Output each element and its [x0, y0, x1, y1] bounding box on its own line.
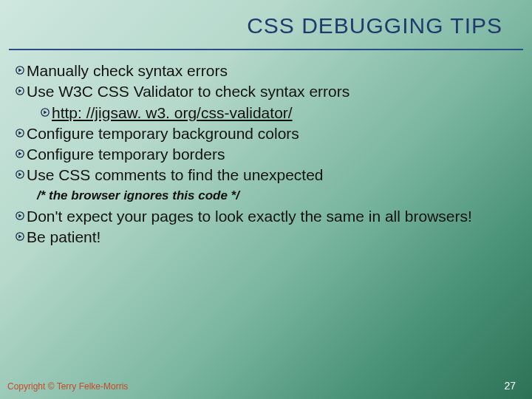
sub-bullet-item: http: //jigsaw. w3. org/css-validator/: [13, 103, 523, 123]
bullet-icon: [13, 165, 27, 179]
bullet-text: Don't expect your pages to look exactly …: [27, 206, 523, 226]
bullet-icon: [38, 103, 52, 117]
slide-title: CSS DEBUGGING TIPS: [9, 10, 523, 50]
slide: CSS DEBUGGING TIPS Manually check syntax…: [0, 0, 532, 399]
link-text[interactable]: http: //jigsaw. w3. org/css-validator/: [52, 103, 523, 123]
bullet-item: Use CSS comments to find the unexpected: [13, 165, 523, 185]
bullet-text: Use W3C CSS Validator to check syntax er…: [27, 81, 523, 101]
bullet-icon: [13, 144, 27, 158]
bullet-item: Configure temporary background colors: [13, 123, 523, 143]
bullet-icon: [13, 61, 27, 75]
bullet-icon: [13, 227, 27, 241]
bullet-text: Configure temporary borders: [27, 144, 523, 164]
page-number: 27: [504, 380, 516, 392]
bullet-item: Use W3C CSS Validator to check syntax er…: [13, 81, 523, 101]
bullet-icon: [13, 123, 27, 137]
bullet-item: Don't expect your pages to look exactly …: [13, 206, 523, 226]
code-comment: /* the browser ignores this code */: [13, 188, 523, 204]
bullet-text: Use CSS comments to find the unexpected: [27, 165, 523, 185]
bullet-text: Configure temporary background colors: [27, 123, 523, 143]
bullet-icon: [13, 81, 27, 95]
bullet-icon: [13, 206, 27, 220]
bullet-item: Configure temporary borders: [13, 144, 523, 164]
bullet-item: Be patient!: [13, 227, 523, 247]
copyright-text: Copyright © Terry Felke-Morris: [7, 381, 128, 392]
bullet-text: Manually check syntax errors: [27, 61, 523, 81]
bullet-text: Be patient!: [27, 227, 523, 247]
slide-body: Manually check syntax errors Use W3C CSS…: [9, 61, 523, 247]
bullet-item: Manually check syntax errors: [13, 61, 523, 81]
